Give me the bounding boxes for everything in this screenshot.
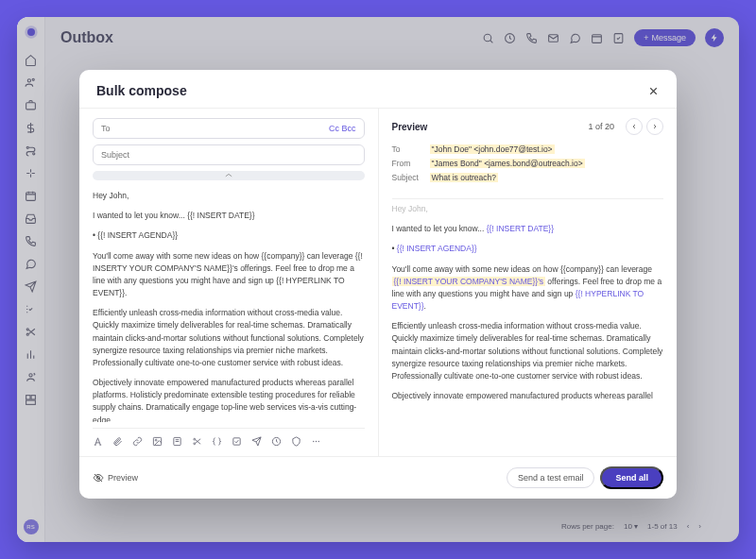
editor-toolbar bbox=[93, 428, 365, 447]
svg-rect-24 bbox=[233, 438, 240, 445]
preview-next-button[interactable] bbox=[646, 118, 663, 135]
bcc-button[interactable]: Bcc bbox=[341, 124, 355, 133]
font-icon[interactable] bbox=[93, 436, 103, 447]
snippet-icon[interactable] bbox=[192, 436, 202, 447]
svg-point-20 bbox=[155, 439, 157, 441]
send-test-button[interactable]: Send a test email bbox=[507, 467, 595, 488]
close-icon[interactable] bbox=[647, 85, 660, 97]
collapse-handle[interactable] bbox=[93, 171, 365, 180]
template-icon[interactable] bbox=[172, 436, 182, 447]
preview-title: Preview bbox=[392, 122, 589, 132]
svg-point-27 bbox=[316, 441, 317, 442]
link-icon[interactable] bbox=[132, 436, 143, 447]
send-later-icon[interactable] bbox=[251, 436, 262, 447]
preview-toggle[interactable]: Preview bbox=[93, 472, 138, 483]
preview-from: "James Bond" <james.bond@outreach.io> bbox=[430, 159, 585, 168]
to-field[interactable]: To Cc Bcc bbox=[93, 118, 365, 139]
variable-icon[interactable] bbox=[212, 436, 222, 447]
preview-counter: 1 of 20 bbox=[588, 122, 614, 131]
subject-field[interactable]: Subject bbox=[93, 144, 365, 165]
send-all-button[interactable]: Send all bbox=[600, 466, 663, 489]
preview-body: Hey John, I wanted to let you know... {{… bbox=[392, 195, 664, 400]
attachment-icon[interactable] bbox=[112, 436, 123, 447]
email-editor[interactable]: Hey John, I wanted to let you know... {{… bbox=[93, 190, 365, 422]
checkbox-icon[interactable] bbox=[232, 436, 242, 447]
modal-title: Bulk compose bbox=[96, 83, 647, 98]
preview-subject: What is outreach? bbox=[430, 173, 499, 182]
more-icon[interactable] bbox=[311, 436, 321, 447]
preview-prev-button[interactable] bbox=[626, 118, 643, 135]
image-icon[interactable] bbox=[152, 436, 163, 447]
bulk-compose-modal: Bulk compose To Cc Bcc Subject bbox=[79, 70, 677, 499]
svg-point-28 bbox=[318, 441, 319, 442]
preview-to: "John Doe" <john.doe77@test.io> bbox=[430, 144, 555, 154]
schedule-icon[interactable] bbox=[271, 436, 282, 447]
svg-point-26 bbox=[313, 441, 314, 442]
modal-overlay: Bulk compose To Cc Bcc Subject bbox=[17, 17, 739, 542]
cc-button[interactable]: Cc bbox=[329, 124, 339, 133]
svg-point-23 bbox=[194, 443, 196, 445]
svg-point-22 bbox=[194, 438, 196, 440]
tag-icon[interactable] bbox=[291, 436, 301, 447]
